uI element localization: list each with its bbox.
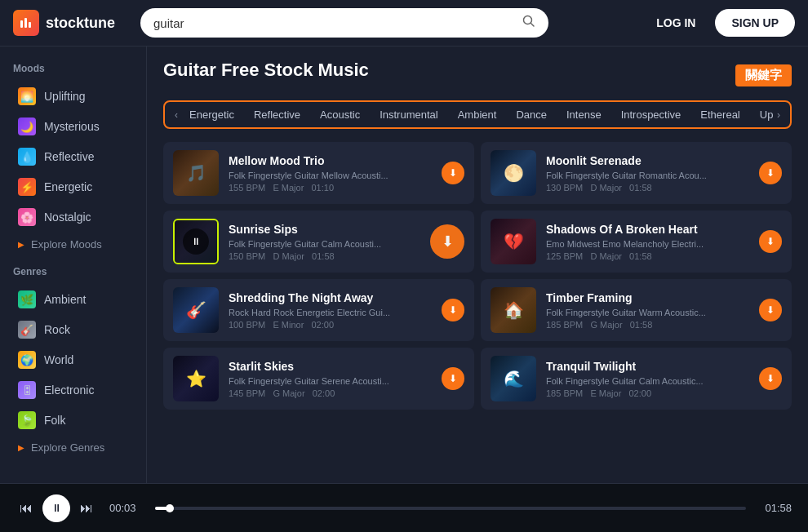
sidebar-item-label-mysterious: Mysterious (44, 120, 100, 133)
track-item-tranquil-twilight[interactable]: 🌊 Tranquil Twilight Folk Fingerstyle Gui… (481, 348, 792, 410)
fast-forward-button[interactable]: ⏭ (77, 498, 96, 519)
filter-scroll: Energetic Reflective Acoustic Instrument… (181, 105, 774, 124)
track-item-mellow-mood-trio[interactable]: 🎵 Mellow Mood Trio Folk Fingerstyle Guit… (163, 142, 474, 204)
filter-tag-dance[interactable]: Dance (508, 105, 555, 124)
download-button-moonlit-serenade[interactable]: ⬇ (759, 162, 782, 184)
track-thumb-tranquil-twilight: 🌊 (491, 356, 536, 401)
track-meta-mellow-mood-trio: 155 BPM E Major 01:10 (229, 183, 432, 193)
mysterious-icon: 🌙 (18, 117, 36, 135)
sidebar-item-label-energetic: Energetic (44, 180, 92, 193)
explore-moods-button[interactable]: ▶ Explore Moods (5, 233, 141, 256)
track-tags-timber-framing: Folk Fingerstyle Guitar Warm Acoustic... (546, 308, 749, 317)
track-meta-shadows-broken-heart: 125 BPM D Major 01:58 (546, 251, 749, 261)
track-item-moonlit-serenade[interactable]: 🌕 Moonlit Serenade Folk Fingerstyle Guit… (481, 142, 792, 204)
filter-tag-ambient[interactable]: Ambient (450, 105, 505, 124)
uplifting-icon: 🌅 (18, 87, 36, 105)
sidebar-item-energetic[interactable]: ⚡ Energetic (5, 172, 141, 202)
track-meta-starlit-skies: 145 BPM G Major 02:00 (229, 388, 432, 398)
track-tags-starlit-skies: Folk Fingerstyle Guitar Serene Acousti..… (229, 376, 432, 386)
filter-next-arrow[interactable]: › (774, 106, 784, 124)
track-title-starlit-skies: Starlit Skies (229, 360, 432, 373)
login-button[interactable]: LOG IN (646, 10, 705, 36)
filter-tag-ethereal[interactable]: Ethereal (692, 105, 748, 124)
track-title-tranquil-twilight: Tranquil Twilight (546, 360, 749, 373)
track-title-moonlit-serenade: Moonlit Serenade (546, 154, 749, 167)
filter-prev-arrow[interactable]: ‹ (171, 106, 181, 124)
explore-genres-button[interactable]: ▶ Explore Genres (5, 436, 141, 459)
sidebar-item-mysterious[interactable]: 🌙 Mysterious (5, 112, 141, 141)
signup-button[interactable]: SIGN UP (715, 9, 795, 37)
download-button-timber-framing[interactable]: ⬇ (759, 299, 782, 321)
filter-tag-acoustic[interactable]: Acoustic (312, 105, 368, 124)
download-button-shredding-night-away[interactable]: ⬇ (442, 299, 464, 321)
filter-tag-intense[interactable]: Intense (558, 105, 610, 124)
track-item-shadows-broken-heart[interactable]: 💔 Shadows Of A Broken Heart Emo Midwest … (481, 211, 792, 273)
rewind-button[interactable]: ⏮ (16, 498, 36, 519)
main-content: Moods 🌅 Uplifting 🌙 Mysterious 💧 Reflect… (0, 47, 808, 483)
track-info-timber-framing: Timber Framing Folk Fingerstyle Guitar W… (546, 291, 749, 330)
download-button-tranquil-twilight[interactable]: ⬇ (759, 367, 782, 390)
sidebar-item-label-reflective: Reflective (44, 150, 94, 163)
track-meta-shredding-night-away: 100 BPM E Minor 02:00 (229, 320, 432, 330)
player-bar: ⏮ ⏸ ⏭ 00:03 01:58 (0, 483, 808, 532)
explore-genres-label: Explore Genres (31, 441, 104, 454)
sidebar-item-label-rock: Rock (44, 323, 70, 336)
sidebar-item-reflective[interactable]: 💧 Reflective (5, 142, 141, 171)
content-area: Guitar Free Stock Music 關鍵字 ‹ Energetic … (147, 47, 808, 483)
progress-fill (155, 507, 170, 510)
track-thumb-shredding-night-away: 🎸 (173, 287, 219, 333)
track-item-starlit-skies[interactable]: ⭐ Starlit Skies Folk Fingerstyle Guitar … (163, 348, 474, 410)
download-button-sunrise-sips[interactable]: ⬇ (430, 224, 464, 259)
sidebar: Moods 🌅 Uplifting 🌙 Mysterious 💧 Reflect… (0, 47, 147, 483)
track-info-moonlit-serenade: Moonlit Serenade Folk Fingerstyle Guitar… (546, 154, 749, 193)
download-button-mellow-mood-trio[interactable]: ⬇ (442, 162, 464, 184)
track-thumb-sunrise-sips: ⏸ (173, 219, 219, 264)
filter-tag-uplifting[interactable]: Uplifting (752, 105, 774, 124)
genres-section-title: Genres (0, 263, 146, 284)
sidebar-item-nostalgic[interactable]: 🌸 Nostalgic (5, 202, 141, 232)
download-button-shadows-broken-heart[interactable]: ⬇ (759, 230, 782, 253)
sidebar-item-folk[interactable]: 🍃 Folk (5, 406, 141, 435)
energetic-icon: ⚡ (18, 178, 36, 196)
keyword-badge: 關鍵字 (735, 64, 792, 86)
track-thumb-moonlit-serenade: 🌕 (491, 150, 536, 196)
rock-icon: 🎸 (18, 321, 36, 339)
folk-icon: 🍃 (18, 411, 36, 429)
track-thumb-mellow-mood-trio: 🎵 (173, 150, 219, 196)
play-overlay-sunrise-sips: ⏸ (175, 220, 217, 263)
svg-rect-1 (24, 18, 27, 28)
track-info-sunrise-sips: Sunrise Sips Folk Fingerstyle Guitar Cal… (229, 223, 464, 261)
filter-tag-energetic[interactable]: Energetic (181, 105, 242, 124)
ambient-icon: 🌿 (18, 290, 36, 308)
track-tags-tranquil-twilight: Folk Fingerstyle Guitar Calm Acoustic... (546, 376, 749, 386)
sidebar-item-ambient[interactable]: 🌿 Ambient (5, 285, 141, 314)
search-icon (522, 15, 535, 31)
track-title-shredding-night-away: Shredding The Night Away (229, 291, 432, 304)
track-meta-timber-framing: 185 BPM G Major 01:58 (546, 320, 749, 330)
progress-bar[interactable] (155, 507, 746, 510)
progress-dot (166, 504, 174, 512)
download-button-starlit-skies[interactable]: ⬇ (442, 367, 464, 390)
logo-icon (13, 10, 39, 36)
track-info-tranquil-twilight: Tranquil Twilight Folk Fingerstyle Guita… (546, 360, 749, 398)
explore-moods-label: Explore Moods (31, 238, 102, 250)
logo: stocktune (13, 10, 127, 36)
search-input[interactable] (153, 16, 516, 30)
current-time: 00:03 (109, 502, 142, 514)
sidebar-item-electronic[interactable]: 🎛 Electronic (5, 375, 141, 405)
search-bar[interactable] (140, 8, 548, 38)
pause-button[interactable]: ⏸ (42, 494, 70, 522)
track-item-timber-framing[interactable]: 🏠 Timber Framing Folk Fingerstyle Guitar… (481, 279, 792, 341)
track-tags-sunrise-sips: Folk Fingerstyle Guitar Calm Acousti... (229, 239, 464, 249)
filter-tag-introspective[interactable]: Introspective (613, 105, 690, 124)
track-item-sunrise-sips[interactable]: ⏸ Sunrise Sips Folk Fingerstyle Guitar C… (163, 211, 474, 273)
sidebar-item-uplifting[interactable]: 🌅 Uplifting (5, 82, 141, 111)
track-thumb-timber-framing: 🏠 (491, 287, 536, 333)
track-title-shadows-broken-heart: Shadows Of A Broken Heart (546, 223, 749, 236)
track-item-shredding-night-away[interactable]: 🎸 Shredding The Night Away Rock Hard Roc… (163, 279, 474, 341)
filter-tag-reflective[interactable]: Reflective (246, 105, 309, 124)
world-icon: 🌍 (18, 351, 36, 369)
filter-tag-instrumental[interactable]: Instrumental (371, 105, 446, 124)
sidebar-item-world[interactable]: 🌍 World (5, 345, 141, 375)
sidebar-item-rock[interactable]: 🎸 Rock (5, 315, 141, 344)
